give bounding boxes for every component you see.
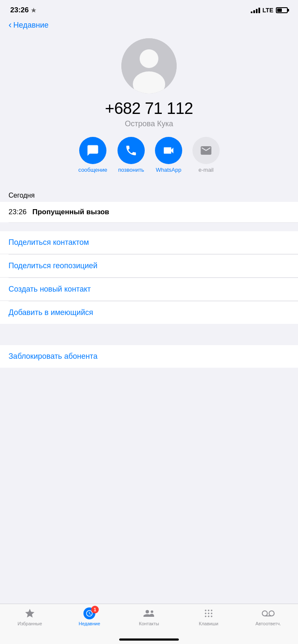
svg-point-7 <box>211 610 212 611</box>
spacer <box>0 324 298 337</box>
block-section: Заблокировать абонента <box>0 345 298 368</box>
call-time: 23:26 <box>9 208 32 216</box>
status-bar: 23:26 LTE <box>0 0 298 17</box>
clock-icon: 1 <box>83 607 96 619</box>
email-button[interactable]: e-mail <box>192 137 220 173</box>
whatsapp-label: WhatsApp <box>156 167 181 173</box>
tab-contacts-label: Контакты <box>139 621 159 626</box>
tab-favorites-label: Избранные <box>17 621 42 626</box>
email-icon-bg <box>192 137 220 164</box>
divider-1 <box>9 222 298 223</box>
add-existing-button[interactable]: Добавить в имеющийся <box>0 301 298 324</box>
create-contact-button[interactable]: Создать новый контакт <box>0 278 298 301</box>
tab-voicemail-label: Автоответч. <box>255 621 281 626</box>
tab-bar: Избранные 1 Недавние Контакты <box>0 604 298 644</box>
signal-icon <box>251 7 260 13</box>
call-history-row: 23:26 Пропущенный вызов <box>0 202 298 222</box>
spacer-2 <box>0 368 298 376</box>
contact-phone: +682 71 112 <box>105 99 193 118</box>
call-icon <box>125 144 138 157</box>
avatar-silhouette <box>121 38 177 94</box>
whatsapp-icon-bg <box>155 137 182 164</box>
voicemail-icon <box>262 607 275 619</box>
lte-label: LTE <box>263 7 273 14</box>
history-section-header: Сегодня <box>0 186 298 202</box>
whatsapp-button[interactable]: WhatsApp <box>155 137 182 173</box>
svg-point-3 <box>146 610 149 613</box>
contacts-icon <box>143 607 155 619</box>
back-chevron-icon: ‹ <box>9 20 11 30</box>
location-icon <box>31 7 37 13</box>
call-status: Пропущенный вызов <box>32 208 109 216</box>
svg-point-12 <box>208 616 209 617</box>
tab-voicemail[interactable]: Автоответч. <box>238 607 298 626</box>
contact-header: +682 71 112 Острова Кука сообщение позво… <box>0 34 298 186</box>
mail-icon <box>200 144 212 157</box>
back-label: Недавние <box>13 21 49 30</box>
svg-point-9 <box>208 613 209 614</box>
tab-recents[interactable]: 1 Недавние <box>60 607 119 626</box>
block-button[interactable]: Заблокировать абонента <box>0 345 298 368</box>
history-section-title: Сегодня <box>9 192 34 199</box>
status-right: LTE <box>251 7 288 14</box>
share-contact-button[interactable]: Поделиться контактом <box>0 231 298 254</box>
svg-point-14 <box>262 611 267 616</box>
share-location-button[interactable]: Поделиться геопозицией <box>0 255 298 278</box>
tab-contacts[interactable]: Контакты <box>119 607 179 626</box>
message-icon <box>86 144 99 157</box>
call-button[interactable]: позвонить <box>117 137 145 173</box>
call-label: позвонить <box>118 167 144 173</box>
contact-country: Острова Кука <box>125 119 173 128</box>
nav-bar: ‹ Недавние <box>0 17 298 34</box>
svg-point-15 <box>269 611 274 616</box>
svg-point-11 <box>205 616 206 617</box>
tab-keypad[interactable]: Клавиши <box>179 607 238 626</box>
home-indicator <box>119 638 179 641</box>
action-buttons: сообщение позвонить WhatsApp <box>78 137 220 173</box>
keypad-icon <box>202 607 215 619</box>
action-list: Поделиться контактом Поделиться геопозиц… <box>0 231 298 324</box>
status-time: 23:26 <box>10 6 29 14</box>
message-icon-bg <box>79 137 106 164</box>
svg-point-8 <box>205 613 206 614</box>
svg-point-10 <box>211 613 212 614</box>
back-button[interactable]: ‹ Недавние <box>9 20 49 30</box>
svg-point-4 <box>151 610 153 613</box>
svg-point-6 <box>208 610 209 611</box>
star-icon <box>23 607 36 619</box>
svg-point-5 <box>205 610 206 611</box>
email-label: e-mail <box>198 167 213 173</box>
video-icon <box>162 144 175 157</box>
call-icon-bg <box>117 137 145 164</box>
tab-recents-label: Недавние <box>79 621 100 626</box>
message-label: сообщение <box>78 167 107 173</box>
tab-favorites[interactable]: Избранные <box>0 607 60 626</box>
recents-badge: 1 <box>91 606 99 613</box>
battery-icon <box>276 7 288 13</box>
tab-keypad-label: Клавиши <box>199 621 218 626</box>
avatar <box>121 38 177 94</box>
svg-point-1 <box>140 49 158 68</box>
svg-point-13 <box>211 616 212 617</box>
message-button[interactable]: сообщение <box>78 137 107 173</box>
